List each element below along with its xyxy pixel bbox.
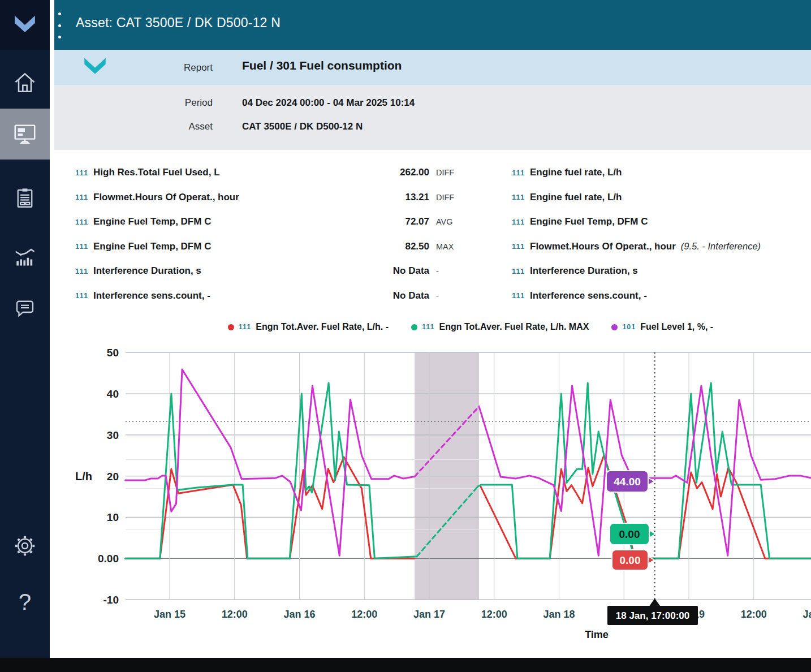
- metric-row[interactable]: 111Interference sens.count, -: [512, 285, 809, 307]
- legend-item[interactable]: 111Engn Tot.Aver. Fuel Rate, L/h. MAX: [411, 322, 589, 332]
- collapse-chevron-icon[interactable]: [81, 56, 109, 79]
- param-value: No Data: [367, 290, 429, 301]
- metric-row[interactable]: 111Interference sens.count, -No Data-: [75, 285, 467, 307]
- x-tick-label: 12:00: [351, 609, 377, 620]
- x-tick-label: Jan 20: [803, 609, 811, 620]
- sidebar-item-home[interactable]: [0, 58, 50, 109]
- param-value: 262.00: [367, 167, 429, 178]
- x-tick-label: Jan 16: [283, 609, 315, 620]
- home-icon: [12, 71, 37, 96]
- sidebar: ?: [0, 0, 50, 658]
- gear-icon: [12, 533, 38, 559]
- report-value: Fuel / 301 Fuel consumption: [242, 59, 402, 72]
- metric-row[interactable]: 111Engine Fuel Temp, DFM C: [512, 210, 809, 233]
- param-value: 72.07: [367, 216, 429, 227]
- app-window: ? Asset: CAT 3500E / DK D500-12 N Report…: [0, 0, 811, 672]
- sidebar-item-monitoring[interactable]: [0, 109, 50, 160]
- y-tick-label: 40: [107, 388, 119, 400]
- legend-item[interactable]: 101Fuel Level 1, %, -: [611, 322, 713, 332]
- param-aggregation: -: [436, 266, 467, 275]
- param-aggregation: -: [436, 291, 467, 300]
- param-label: Engine Fuel Temp, DFM C: [93, 216, 367, 227]
- param-label: Engine fuel rate, L/h: [530, 167, 622, 178]
- param-id: 111: [512, 218, 530, 226]
- chart-area[interactable]: 50403020100.00-10L/hJan 1512:00Jan 1612:…: [54, 337, 811, 653]
- metric-row[interactable]: 111Engine Fuel Temp, DFM C72.07AVG: [75, 210, 467, 233]
- y-tick-label: 0.00: [98, 553, 119, 565]
- sidebar-item-help[interactable]: ?: [0, 577, 50, 628]
- legend-item[interactable]: 111Engn Tot.Aver. Fuel Rate, L/h. -: [228, 322, 389, 332]
- param-value: No Data: [367, 265, 429, 277]
- param-id: 111: [512, 242, 530, 251]
- x-tick-label: Jan 15: [154, 609, 186, 620]
- meta-block: Period 04 Dec 2024 00:00 - 04 Mar 2025 1…: [54, 85, 811, 150]
- analytics-icon: [12, 244, 37, 269]
- metric-row[interactable]: 111Engine Fuel Temp, DFM C82.50MAX: [75, 235, 467, 258]
- asset-label: Asset: [133, 121, 213, 132]
- metric-row[interactable]: 111Engine fuel rate, L/h: [512, 186, 809, 209]
- axis-tooltip: 18 Jan, 17:00:00: [607, 598, 698, 625]
- param-label: Engine Fuel Temp, DFM C: [93, 241, 367, 252]
- top-header: Asset: CAT 3500E / DK D500-12 N: [54, 0, 811, 50]
- y-tick-label: -10: [103, 594, 119, 606]
- svg-text:?: ?: [19, 590, 31, 615]
- value-tooltip: 0.00: [610, 523, 655, 545]
- y-tick-label: 10: [107, 511, 119, 523]
- param-id: 111: [75, 218, 93, 226]
- param-id: 111: [512, 267, 530, 275]
- y-tick-label: 20: [107, 471, 119, 483]
- kebab-menu-icon[interactable]: [55, 12, 63, 38]
- chart-legend: 111Engn Tot.Aver. Fuel Rate, L/h. -111En…: [130, 318, 811, 336]
- x-tick-label: Jan 18: [543, 609, 575, 620]
- sidebar-item-analytics[interactable]: [0, 231, 50, 282]
- sidebar-item-reports[interactable]: [0, 173, 50, 223]
- param-label: Engine fuel rate, L/h: [530, 192, 622, 203]
- logo-chevron-icon: [10, 12, 40, 38]
- y-axis-title: L/h: [75, 470, 92, 483]
- question-icon: ?: [12, 590, 37, 615]
- report-label: Report: [133, 62, 213, 74]
- param-aggregation: AVG: [436, 217, 467, 226]
- param-id: 111: [512, 193, 530, 201]
- svg-text:44.00: 44.00: [614, 476, 641, 488]
- legend-param-id: 111: [239, 323, 251, 331]
- sidebar-logo[interactable]: [0, 0, 50, 50]
- sidebar-item-messages[interactable]: [0, 283, 50, 334]
- report-clipboard-icon: [13, 186, 37, 210]
- param-label: Flowmet.Hours Of Operat., hour: [530, 241, 676, 252]
- param-label: Interference Duration, s: [530, 265, 638, 277]
- param-value: 82.50: [367, 241, 429, 252]
- chat-icon: [13, 296, 37, 320]
- series-line: [126, 369, 415, 555]
- content: Asset: CAT 3500E / DK D500-12 N Report F…: [54, 0, 811, 658]
- y-tick-label: 50: [107, 347, 119, 359]
- param-id: 111: [512, 291, 530, 300]
- param-label: High Res.Total Fuel Used, L: [93, 167, 367, 178]
- period-label: Period: [133, 97, 213, 109]
- param-aggregation: DIFF: [436, 168, 467, 177]
- param-id: 111: [512, 169, 530, 177]
- asset-value: CAT 3500E / DK D500-12 N: [242, 121, 363, 132]
- x-tick-label: 12:00: [741, 609, 767, 620]
- param-label: Engine Fuel Temp, DFM C: [530, 216, 648, 227]
- metric-row[interactable]: 111Interference Duration, sNo Data-: [75, 260, 467, 282]
- legend-label: Engn Tot.Aver. Fuel Rate, L/h. MAX: [439, 322, 589, 332]
- chart-svg[interactable]: 50403020100.00-10L/hJan 1512:00Jan 1612:…: [54, 337, 811, 653]
- param-label: Interference sens.count, -: [93, 290, 367, 301]
- metric-row[interactable]: 111Engine fuel rate, L/h: [512, 161, 809, 184]
- legend-dot-icon: [411, 324, 417, 330]
- metric-row[interactable]: 111Flowmet.Hours Of Operat., hour13.21DI…: [75, 186, 467, 209]
- legend-label: Fuel Level 1, %, -: [640, 322, 713, 332]
- param-label: Interference sens.count, -: [530, 290, 647, 301]
- legend-label: Engn Tot.Aver. Fuel Rate, L/h. -: [256, 322, 389, 332]
- svg-text:0.00: 0.00: [620, 554, 641, 566]
- param-label: Flowmet.Hours Of Operat., hour: [93, 192, 367, 203]
- metric-row[interactable]: 111High Res.Total Fuel Used, L262.00DIFF: [75, 161, 467, 184]
- x-tick-label: Jan 17: [413, 609, 445, 620]
- metrics-table: 111High Res.Total Fuel Used, L262.00DIFF…: [54, 161, 811, 313]
- metric-row[interactable]: 111Interference Duration, s: [512, 260, 809, 282]
- sidebar-item-settings[interactable]: [0, 520, 50, 571]
- metric-row[interactable]: 111Flowmet.Hours Of Operat., hour(9.5. -…: [512, 235, 809, 258]
- legend-param-id: 111: [422, 323, 434, 331]
- value-tooltip: 0.00: [612, 550, 654, 570]
